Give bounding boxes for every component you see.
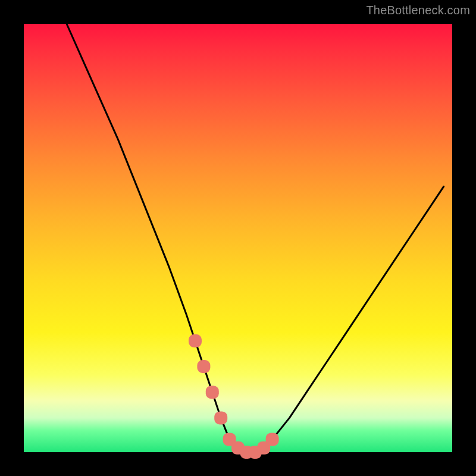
chart-plot-area [24,24,452,452]
valley-marker [214,411,227,424]
valley-marker [189,334,202,347]
watermark-text: TheBottleneck.com [366,4,470,17]
valley-marker [266,433,279,446]
chart-frame: TheBottleneck.com [0,0,476,476]
valley-marker [206,386,219,399]
chart-svg [24,24,452,452]
bottleneck-curve [67,24,444,452]
valley-markers [189,334,279,459]
valley-marker [197,360,210,373]
